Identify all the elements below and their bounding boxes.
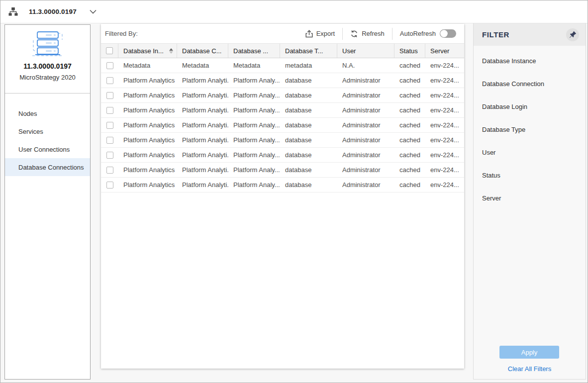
select-all-checkbox[interactable]: [106, 47, 113, 54]
cell-database-connection: Platform Analyti...: [177, 106, 228, 114]
table-header: Database In... Database C... Database ..…: [101, 43, 464, 58]
cell-database-type: database: [280, 136, 337, 144]
filter-item-label: User: [482, 149, 495, 156]
cell-database-instance: Platform Analytics: [118, 181, 177, 189]
row-checkbox[interactable]: [106, 167, 113, 174]
sidebar-nav-item-label: Database Connections: [18, 164, 84, 171]
sidebar-nav: Nodes Services User Connections Database…: [5, 104, 90, 176]
autorefresh-toggle[interactable]: [440, 29, 456, 38]
row-checkbox[interactable]: [106, 107, 113, 114]
export-button[interactable]: Export: [298, 27, 343, 40]
row-checkbox-cell: [101, 77, 118, 84]
row-checkbox[interactable]: [106, 182, 113, 189]
cell-database-login: Platform Analy...: [228, 181, 280, 189]
cell-database-login: Platform Analy...: [228, 166, 280, 174]
autorefresh-control: AutoRefresh: [392, 29, 463, 38]
filtered-by-label: Filtered By:: [105, 30, 138, 37]
row-checkbox[interactable]: [106, 62, 113, 69]
column-header-database-login[interactable]: Database ...: [228, 44, 280, 58]
toggle-knob: [440, 30, 448, 37]
filter-item[interactable]: Database Connection: [474, 72, 586, 95]
cell-database-connection: Platform Analyti...: [177, 151, 228, 159]
table-toolbar: Filtered By: Export: [101, 24, 464, 43]
cell-database-connection: Platform Analyti...: [177, 121, 228, 129]
row-checkbox-cell: [101, 167, 118, 174]
cell-user: Administrator: [337, 166, 394, 174]
table-row[interactable]: Platform Analytics Platform Analyti... P…: [101, 148, 464, 163]
cell-database-instance: Platform Analytics: [118, 166, 177, 174]
sidebar-nav-item[interactable]: Nodes: [5, 104, 90, 122]
filter-panel: FILTER Database Instance Database Connec…: [473, 23, 586, 380]
cell-database-login: Metadata: [228, 62, 280, 69]
sort-ascending-icon: [169, 48, 173, 54]
column-header-database-instance[interactable]: Database In...: [118, 44, 177, 58]
cell-server: env-224...: [425, 136, 464, 144]
column-header-status[interactable]: Status: [394, 44, 425, 58]
table-row[interactable]: Platform Analytics Platform Analyti... P…: [101, 88, 464, 103]
cell-database-instance: Metadata: [118, 62, 177, 69]
cell-database-instance: Platform Analytics: [118, 106, 177, 114]
sidebar-nav-item-label: Services: [18, 128, 43, 135]
filter-item-label: Database Instance: [482, 57, 536, 65]
filter-item[interactable]: User: [474, 141, 586, 164]
sidebar-nav-item[interactable]: Services: [5, 122, 90, 140]
row-checkbox[interactable]: [106, 77, 113, 84]
row-checkbox[interactable]: [106, 122, 113, 129]
table-row[interactable]: Metadata Metadata Metadata metadata N.A.…: [101, 58, 464, 73]
row-checkbox[interactable]: [106, 92, 113, 99]
filter-header: FILTER: [474, 23, 586, 46]
cell-database-type: database: [280, 106, 337, 114]
filter-item-label: Status: [482, 172, 500, 179]
cell-status: cached: [394, 77, 425, 84]
clear-all-filters-link[interactable]: Clear All Filters: [474, 365, 586, 373]
environment-card: 11.3.0000.0197 MicroStrategy 2020: [5, 25, 90, 94]
sidebar-product-label: MicroStrategy 2020: [5, 74, 90, 81]
column-header-database-connection[interactable]: Database C...: [177, 44, 228, 58]
table-row[interactable]: Platform Analytics Platform Analyti... P…: [101, 133, 464, 148]
filter-item-list: Database Instance Database Connection Da…: [474, 49, 586, 209]
cell-database-instance: Platform Analytics: [118, 136, 177, 144]
chevron-down-icon[interactable]: [90, 9, 97, 14]
table-row[interactable]: Platform Analytics Platform Analyti... P…: [101, 73, 464, 88]
apply-button[interactable]: Apply: [499, 346, 559, 359]
sidebar-nav-item-label: Nodes: [18, 110, 37, 117]
cell-status: cached: [394, 62, 425, 69]
cell-status: cached: [394, 106, 425, 114]
table-row[interactable]: Platform Analytics Platform Analyti... P…: [101, 163, 464, 178]
environment-version: 11.3.0000.0197: [29, 8, 77, 15]
sidebar-nav-item[interactable]: User Connections: [5, 140, 90, 158]
refresh-button[interactable]: Refresh: [343, 27, 392, 40]
row-checkbox-cell: [101, 137, 118, 144]
filter-item[interactable]: Database Login: [474, 95, 586, 118]
cell-database-connection: Metadata: [177, 62, 228, 69]
cell-database-login: Platform Analy...: [228, 121, 280, 129]
column-header-database-type[interactable]: Database T...: [280, 44, 337, 58]
cell-user: Administrator: [337, 136, 394, 144]
refresh-icon: [350, 30, 358, 38]
table-row[interactable]: Platform Analytics Platform Analyti... P…: [101, 178, 464, 192]
cell-database-connection: Platform Analyti...: [177, 166, 228, 174]
cell-database-instance: Platform Analytics: [118, 77, 177, 84]
column-header-user[interactable]: User: [337, 44, 394, 58]
cell-database-type: database: [280, 92, 337, 99]
filter-item[interactable]: Status: [474, 164, 586, 187]
cell-status: cached: [394, 166, 425, 174]
table-row[interactable]: Platform Analytics Platform Analyti... P…: [101, 118, 464, 133]
filter-item-label: Server: [482, 194, 501, 202]
table-row[interactable]: Platform Analytics Platform Analyti... P…: [101, 103, 464, 118]
cell-database-type: metadata: [280, 62, 337, 69]
cell-user: Administrator: [337, 77, 394, 84]
server-stack-icon: [5, 29, 90, 60]
sidebar-nav-item[interactable]: Database Connections: [5, 158, 90, 176]
pin-button[interactable]: [566, 28, 579, 41]
row-checkbox[interactable]: [106, 152, 113, 159]
column-header-server[interactable]: Server: [425, 44, 464, 58]
filter-item[interactable]: Database Type: [474, 118, 586, 141]
row-checkbox[interactable]: [106, 137, 113, 144]
filter-item[interactable]: Server: [474, 187, 586, 209]
row-checkbox-cell: [101, 92, 118, 99]
cell-database-type: database: [280, 77, 337, 84]
filter-item[interactable]: Database Instance: [474, 49, 586, 72]
cell-database-login: Platform Analy...: [228, 77, 280, 84]
cell-server: env-224...: [425, 77, 464, 84]
